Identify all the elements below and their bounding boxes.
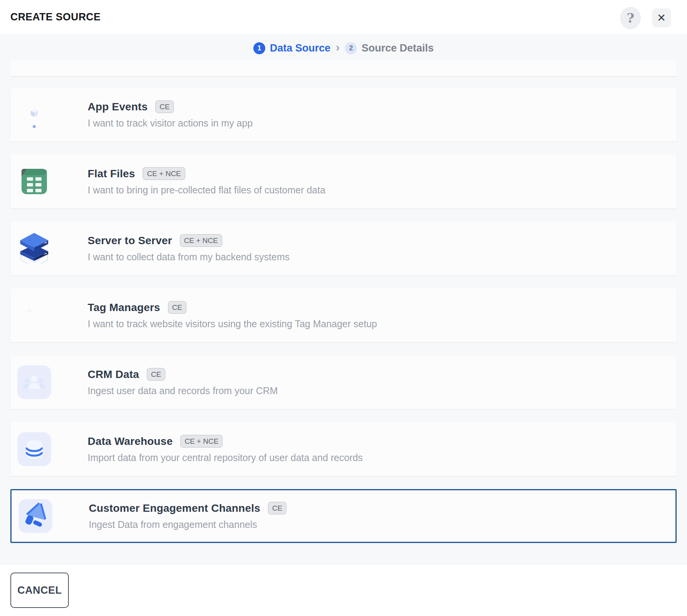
step-source-details[interactable]: 2 Source Details [345,42,434,54]
source-description: I want to track website visitors using t… [88,318,377,330]
server-stack-icon [17,231,51,266]
source-description: I want to collect data from my backend s… [88,251,289,263]
source-card-crm-data[interactable]: CRM Data CE Ingest user data and records… [10,355,677,409]
source-card-tag-managers[interactable]: Tag Managers CE I want to track website … [10,288,677,342]
source-icon-slot [18,499,52,533]
source-icon-slot [17,98,51,132]
source-badge: CE [168,301,186,314]
step-data-source[interactable]: 1 Data Source [253,42,331,54]
source-title: Customer Engagement Channels [89,502,260,514]
source-title: App Events [88,101,148,113]
chevron-right-icon: › [336,41,339,54]
megaphone-icon [18,499,52,533]
mobile-app-icon [25,100,44,130]
source-card-customer-engagement-channels[interactable]: Customer Engagement Channels CE Ingest D… [10,489,677,543]
source-list-panel: 1 Data Source › 2 Source Details App E [0,34,687,564]
tag-icon [18,299,50,331]
source-card-server-to-server[interactable]: Server to Server CE + NCE I want to coll… [10,221,677,275]
source-title: Tag Managers [88,301,160,314]
source-card-list: App Events CE I want to track visitor ac… [10,88,677,543]
source-icon-slot [17,165,51,198]
source-description: Ingest Data from engagement channels [89,519,286,530]
database-icon [17,432,51,466]
step-1-label: Data Source [270,42,331,54]
help-button[interactable]: ? [620,7,641,29]
step-2-label: Source Details [361,42,434,54]
step-2-circle: 2 [345,42,357,54]
source-title: Server to Server [88,235,172,247]
source-badge: CE + NCE [180,234,222,247]
source-card-partial[interactable] [10,60,677,77]
source-icon-slot [17,432,51,466]
source-description: I want to track visitor actions in my ap… [88,118,253,129]
question-mark-icon: ? [627,10,634,26]
source-card-data-warehouse[interactable]: Data Warehouse CE + NCE Import data from… [10,422,677,476]
source-description: Ingest user data and records from your C… [88,385,278,396]
stepper: 1 Data Source › 2 Source Details [10,34,677,60]
source-icon-slot [17,231,51,265]
page-title: CREATE SOURCE [10,11,101,23]
step-1-circle: 1 [253,42,265,54]
source-icon-slot [17,298,51,332]
source-description: I want to bring in pre-collected flat fi… [88,185,325,196]
close-icon: ✕ [657,13,666,23]
source-badge: CE + NCE [180,435,223,448]
source-icon-slot [17,365,51,399]
dialog-footer: CANCEL [0,564,687,616]
source-badge: CE [147,368,165,381]
source-title: Data Warehouse [88,435,173,448]
people-icon [17,365,51,399]
source-badge: CE + NCE [143,167,185,180]
source-title: CRM Data [88,368,139,381]
source-card-flat-files[interactable]: Flat Files CE + NCE I want to bring in p… [10,155,677,208]
source-card-app-events[interactable]: App Events CE I want to track visitor ac… [10,88,677,142]
source-description: Import data from your central repository… [88,452,363,463]
close-button[interactable]: ✕ [652,8,671,27]
source-badge: CE [268,502,286,514]
dialog-header: CREATE SOURCE ? ✕ [0,0,687,34]
spreadsheet-icon [22,169,47,194]
cancel-button[interactable]: CANCEL [10,573,69,608]
source-title: Flat Files [88,168,135,180]
source-badge: CE [155,100,174,113]
